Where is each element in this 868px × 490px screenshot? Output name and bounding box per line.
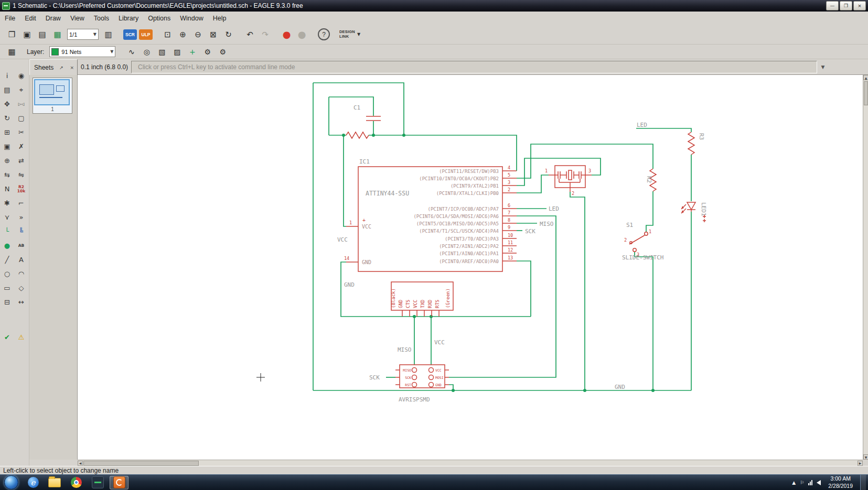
redo-button[interactable]: ↷ <box>258 27 272 41</box>
ulp-button[interactable]: ULP <box>139 29 153 40</box>
zoom-in-button[interactable]: ⊕ <box>176 27 190 41</box>
scroll-left-icon[interactable]: ◀ <box>78 461 83 466</box>
net-label-miso[interactable]: MISO <box>540 221 554 227</box>
add-junction-button[interactable]: + <box>185 45 199 59</box>
menu-view[interactable]: View <box>66 13 89 24</box>
wire-miter-button[interactable]: ◎ <box>140 45 154 59</box>
net-label-vcc[interactable]: VCC <box>337 236 348 243</box>
r3-resistor[interactable] <box>688 132 694 155</box>
menu-edit[interactable]: Edit <box>20 13 41 24</box>
reset-resistor[interactable] <box>346 132 369 138</box>
cut-tool[interactable]: ✂ <box>15 126 28 139</box>
show-desktop-button[interactable] <box>860 475 866 490</box>
undock-icon[interactable]: ↗ <box>58 65 65 70</box>
close-icon[interactable]: × <box>69 65 75 70</box>
action-center-flag-icon[interactable]: ⚐ <box>800 480 804 485</box>
net-label-miso-isp[interactable]: MISO <box>398 346 412 353</box>
zoom-select-button[interactable]: ⊠ <box>206 27 220 41</box>
go-button[interactable]: ● <box>295 27 309 41</box>
help-button[interactable]: ? <box>318 28 330 40</box>
group-tool[interactable]: ▢ <box>15 112 28 125</box>
vertical-scrollbar[interactable]: ▲ ▼ <box>863 75 868 460</box>
scroll-up-icon[interactable]: ▲ <box>863 75 868 80</box>
mark-tool[interactable]: ⌖ <box>15 83 28 96</box>
polygon-tool[interactable]: ◇ <box>15 281 28 295</box>
command-history-dropdown[interactable]: ▼ <box>818 61 828 73</box>
board-button[interactable]: ▦ <box>50 27 65 41</box>
command-line-input[interactable]: Click or press Ctrl+L key to activate co… <box>131 61 817 73</box>
start-button[interactable] <box>4 475 18 489</box>
open-button[interactable]: ❐ <box>5 27 19 41</box>
rect-tool[interactable]: ▭ <box>1 281 14 295</box>
paste-tool[interactable]: ▣ <box>1 140 14 153</box>
menu-options[interactable]: Options <box>143 13 175 24</box>
horizontal-scroll-thumb[interactable] <box>83 461 199 466</box>
show-tool[interactable]: ◉ <box>15 69 28 82</box>
r3-name[interactable]: R3 <box>698 133 705 140</box>
label-tool[interactable]: AB <box>15 239 28 252</box>
scr-button[interactable]: SCR <box>123 29 137 40</box>
close-button[interactable]: × <box>853 1 866 10</box>
text-tool[interactable]: A <box>15 253 28 266</box>
menu-tools[interactable]: Tools <box>89 13 114 24</box>
split-tool[interactable]: ⋎ <box>1 211 14 224</box>
ftdi-header-symbol[interactable] <box>391 282 453 317</box>
scroll-right-icon[interactable]: ▶ <box>858 461 863 466</box>
taskbar-chrome-button[interactable] <box>67 476 85 489</box>
copy-tool[interactable]: ⊞ <box>1 126 14 139</box>
taskbar-ie-button[interactable]: e <box>24 476 42 489</box>
taskbar-explorer-button[interactable] <box>45 476 64 489</box>
tab-sheets[interactable]: Sheets ↗ × <box>29 59 78 75</box>
dimension-tool[interactable]: ↔ <box>15 296 28 309</box>
design-link-button[interactable]: DESIGN LINK ▼ <box>339 30 360 39</box>
scroll-down-icon[interactable]: ▼ <box>863 454 868 460</box>
bus-tool[interactable]: ╚ <box>15 225 28 238</box>
erc-tool[interactable]: ✔ <box>1 331 14 344</box>
net-label-sck-isp[interactable]: SCK <box>369 374 380 381</box>
minimize-button[interactable]: — <box>826 1 839 10</box>
class-settings-button[interactable]: ⚙ <box>216 45 230 59</box>
undo-button[interactable]: ↶ <box>243 27 257 41</box>
invoke-tool[interactable]: » <box>15 211 28 224</box>
taskbar-eagle-cp-button[interactable] <box>88 476 107 489</box>
net-label-vcc-isp[interactable]: VCC <box>434 339 445 346</box>
replace-tool[interactable]: ⇋ <box>15 168 28 181</box>
info-tool[interactable]: i <box>1 69 14 82</box>
r2-name[interactable]: R2 <box>646 176 652 183</box>
bend-style-button[interactable]: ∿ <box>124 45 138 59</box>
layer-select[interactable]: 91 Nets ▼ <box>49 46 115 57</box>
add-part-tool[interactable]: ⊕ <box>1 154 14 167</box>
stop-button[interactable]: ● <box>280 27 294 41</box>
junction-tool[interactable]: ● <box>1 239 14 252</box>
arc-tool[interactable]: ◠ <box>15 267 28 280</box>
vertical-scroll-thumb[interactable] <box>864 81 868 105</box>
miter-tool[interactable]: ⌐ <box>15 197 28 210</box>
led1-name[interactable]: LED1 <box>700 202 707 216</box>
display-tool[interactable]: ▤ <box>1 83 14 96</box>
tray-expand-icon[interactable]: ▲ <box>792 480 796 485</box>
pattern-b-button[interactable]: ▨ <box>170 45 184 59</box>
maximize-button[interactable]: ❐ <box>840 1 852 10</box>
cam-button[interactable]: ▥ <box>101 27 115 41</box>
s1-name[interactable]: S1 <box>626 222 633 228</box>
avrisp-name[interactable]: AVRISPSMD <box>399 396 430 403</box>
sheet-select[interactable]: 1/1 ▼ <box>67 29 99 40</box>
net-label-sck[interactable]: SCK <box>525 228 535 235</box>
net-settings-button[interactable]: ⚙ <box>200 45 215 59</box>
sheet-thumbnail[interactable]: 1 <box>33 78 72 114</box>
net-label-led-top[interactable]: LED <box>637 122 647 128</box>
save-button[interactable]: ▣ <box>20 27 34 41</box>
net-label-gnd-rail[interactable]: GND <box>615 384 625 390</box>
mirror-tool[interactable]: ▷◁ <box>15 97 28 111</box>
pinswap-tool[interactable]: ⇄ <box>15 154 28 167</box>
delete-tool[interactable]: ✗ <box>15 140 28 153</box>
s1-switch-symbol[interactable] <box>629 232 648 252</box>
wire-tool[interactable]: ╱ <box>1 253 14 266</box>
menu-draw[interactable]: Draw <box>41 13 66 24</box>
smash-tool[interactable]: ✱ <box>1 197 14 210</box>
zoom-fit-button[interactable]: ⊡ <box>160 27 175 41</box>
net-label-gnd[interactable]: GND <box>344 281 355 288</box>
gateswap-tool[interactable]: ⇆ <box>1 168 14 181</box>
taskbar-clock[interactable]: 3:00 AM 2/28/2019 <box>825 475 856 489</box>
zoom-redraw-button[interactable]: ↻ <box>221 27 235 41</box>
